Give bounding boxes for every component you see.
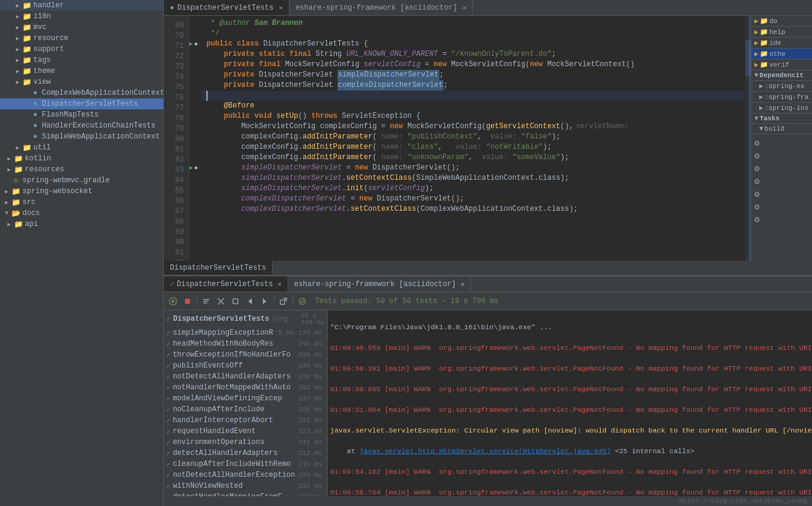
test-item-publish-events[interactable]: ✓ publishEventsOff 245 ms <box>164 360 327 371</box>
right-panel-item-help[interactable]: ▶ 📁 help <box>754 28 810 36</box>
code-content[interactable]: * @author Sam Brannen */ public class Di… <box>201 16 745 261</box>
java-icon: ● <box>30 88 40 98</box>
right-panel-spring-ins[interactable]: ▶ :spring-ins <box>759 104 810 112</box>
test-item-throw-exception[interactable]: ✓ throwExceptionIfNoHandlerFo 638 ms <box>164 349 327 360</box>
code-editor[interactable]: 69 70 71 72 73 74 75 76 77 78 79 80 <box>164 16 751 261</box>
stop-button[interactable] <box>181 295 194 308</box>
tab-eshare[interactable]: eshare-spring-framework [asciidoctor] ✕ <box>289 0 473 15</box>
rerun-button[interactable] <box>166 295 180 308</box>
sidebar-item-docs[interactable]: ▼ 📂 docs <box>0 208 163 219</box>
item-label: tags <box>33 56 51 64</box>
sidebar-item-handler[interactable]: ▶ 📁 handler <box>0 0 163 11</box>
sidebar-item-resources[interactable]: ▶ 📁 resources <box>0 164 163 175</box>
gear-icon-1[interactable]: ⚙ <box>754 138 810 148</box>
right-panel-dependencies[interactable]: ▼ Dependencit <box>754 72 810 79</box>
sidebar-item-handler-chain[interactable]: ▶ ● HandlerExecutionChainTests <box>0 120 163 131</box>
test-item-request-handled[interactable]: ✓ requestHandledEvent 223 ms <box>164 426 327 437</box>
run-tab-close[interactable]: ✕ <box>278 281 282 288</box>
right-panel-tasks[interactable]: ▼ Tasks <box>754 115 810 122</box>
sidebar-item-resource[interactable]: ▶ 📁 resource <box>0 33 163 44</box>
tab-close-button[interactable]: ✕ <box>462 4 466 12</box>
gear-icon-7[interactable]: ⚙ <box>754 214 810 225</box>
console-output[interactable]: "C:\Program Files\Java\jdk1.8.0_161\bin\… <box>328 310 812 496</box>
gutter-run-icon2[interactable]: ▶ <box>189 163 193 173</box>
line-numbers: 69 70 71 72 73 74 75 76 77 78 79 80 <box>164 16 189 261</box>
test-label: withNoViewNested <box>173 482 243 490</box>
test-item-detect-handler-mapping[interactable]: ✓ detectHandlerMappingFromF 212 ms <box>164 491 327 496</box>
item-label: SimpleWebApplicationContext <box>42 132 160 141</box>
bottom-tab-dispatcher[interactable]: DispatcherServletTests <box>164 261 272 275</box>
gear-icon-5[interactable]: ⚙ <box>754 189 810 199</box>
item-label: FlashMapTests <box>42 111 99 119</box>
tab-label: DispatcherServletTests <box>177 4 273 12</box>
test-item-handler-interceptor[interactable]: ✓ handlerInterceptorAbort 221 ms <box>164 415 327 426</box>
sidebar-item-simple-web[interactable]: ▶ ● SimpleWebApplicationContext <box>0 131 163 142</box>
right-panel-item-verif[interactable]: ▶ 📁 verif <box>754 61 810 69</box>
sidebar-item-flashmap[interactable]: ▶ ● FlashMapTests <box>0 109 163 120</box>
java-icon: ● <box>30 121 40 131</box>
run-tab-close[interactable]: ✕ <box>461 281 464 288</box>
right-panel-item-othe[interactable]: ▶ 📁 othe <box>754 50 810 58</box>
gutter-run-icon[interactable]: ▶ <box>189 39 193 49</box>
gear-icon-3[interactable]: ⚙ <box>754 163 810 174</box>
run-tab-eshare[interactable]: eshare-spring-framework [asciidoctor] ✕ <box>288 276 471 292</box>
sidebar-item-theme[interactable]: ▶ 📁 theme <box>0 66 163 77</box>
sidebar-item-util[interactable]: ▶ 📁 util <box>0 142 163 153</box>
test-item-simple-mapping[interactable]: ✓ simpleMappingExceptionR 5 ms 178 ms <box>164 327 327 338</box>
tab-dispatcher-servlet-tests[interactable]: ● DispatcherServletTests ✕ <box>164 0 289 15</box>
spacer: ▶ <box>22 132 30 141</box>
check-icon: ✓ <box>166 373 171 381</box>
test-item-not-detect-exception[interactable]: ✓ notDetectAllHandlerException 229 ms <box>164 470 327 480</box>
green-check-button[interactable] <box>296 295 309 308</box>
sidebar-item-i18n[interactable]: ▶ 📁 i18n <box>0 11 163 22</box>
test-item-model-view[interactable]: ✓ modelAndViewDefiningExcep 237 ms <box>164 393 327 404</box>
test-label: throwExceptionIfNoHandlerFo <box>173 350 291 359</box>
test-item-no-view-nested[interactable]: ✓ withNoViewNested 231 ms <box>164 480 327 491</box>
gear-icon-6[interactable]: ⚙ <box>754 202 810 212</box>
right-panel-item-ide[interactable]: ▶ 📁 ide <box>754 39 810 47</box>
tab-close-button[interactable]: ✕ <box>279 4 283 12</box>
right-panel: ▶ 📁 do ▶ 📁 help ▶ <box>751 16 812 261</box>
sidebar-item-websocket[interactable]: ▶ 📁 spring-websocket <box>0 186 163 197</box>
collapse-button[interactable] <box>229 295 242 308</box>
sidebar-item-gradle[interactable]: ▶ ⚙ spring-webmvc.gradle <box>0 175 163 186</box>
expand-button[interactable] <box>214 295 228 308</box>
right-panel-spring-fra[interactable]: ▶ :spring-fra <box>759 93 810 101</box>
sidebar-item-dispatcher-servlet-tests[interactable]: ▶ ● DispatcherServletTests <box>0 98 163 109</box>
test-item-not-detect-adapters[interactable]: ✓ notDetectAllHandlerAdapters 239 ms <box>164 371 327 382</box>
right-panel-item-do[interactable]: ▶ 📁 do <box>754 17 810 25</box>
test-item-no-cleanup[interactable]: ✓ noCleanupAfterInclude 226 ms <box>164 404 327 415</box>
editor-area: ● DispatcherServletTests ✕ eshare-spring… <box>164 0 812 275</box>
sidebar-item-support[interactable]: ▶ 📁 support <box>0 44 163 55</box>
gear-icon-4[interactable]: ⚙ <box>754 176 810 186</box>
sidebar-item-api[interactable]: ▶ 📁 api <box>0 219 163 230</box>
expand-arrow: ▶ <box>13 34 22 43</box>
test-item-detect-adapters[interactable]: ✓ detectAllHandlerAdapters 213 ms <box>164 448 327 459</box>
next-button[interactable] <box>258 295 271 308</box>
check-icon: ✓ <box>166 471 171 479</box>
folder-icon: 📁 <box>760 39 768 47</box>
expand-arrow: ▶ <box>13 45 22 53</box>
check-icon: ✓ <box>166 439 171 446</box>
sidebar-item-kotlin[interactable]: ▶ 📁 kotlin <box>0 153 163 164</box>
sort-button[interactable] <box>200 295 213 308</box>
test-item-not-handler-mapped[interactable]: ✓ notHandlerNotMappedWithAuto 292 ms <box>164 382 327 393</box>
expand-arrow: ▼ <box>759 125 763 132</box>
prev-button[interactable] <box>243 295 257 308</box>
spacer: ▶ <box>22 89 30 97</box>
sidebar-item-src[interactable]: ▶ 📁 src <box>0 197 163 208</box>
console-link[interactable]: javax.servlet.http.HttpServlet.service(H… <box>359 447 611 455</box>
test-root-item[interactable]: ✓ DispatcherServletTests (org.: 19 s 790… <box>164 310 327 327</box>
run-tab-dispatcher[interactable]: ✓ DispatcherServletTests ✕ <box>164 276 288 292</box>
test-item-environment[interactable]: ✓ environmentOperations 241 ms <box>164 437 327 448</box>
test-item-head-method[interactable]: ✓ headMethodWithNoBodyRes 248 ms <box>164 338 327 349</box>
sidebar-item-tags[interactable]: ▶ 📁 tags <box>0 55 163 66</box>
sidebar-item-view[interactable]: ▶ 📁 view <box>0 77 163 87</box>
gear-icon-2[interactable]: ⚙ <box>754 151 810 161</box>
sidebar-item-mvc[interactable]: ▶ 📁 mvc <box>0 22 163 33</box>
sidebar-item-complex-web[interactable]: ▶ ● ComplexWebApplicationContext <box>0 87 163 98</box>
right-panel-spring-ex[interactable]: ▶ :spring-ex <box>759 82 810 90</box>
right-panel-build[interactable]: ▼ build <box>759 125 810 132</box>
external-link-button[interactable] <box>277 295 290 308</box>
test-item-cleanup-after[interactable]: ✓ cleanupAfterIncludeWithRemo 211 ms <box>164 459 327 470</box>
